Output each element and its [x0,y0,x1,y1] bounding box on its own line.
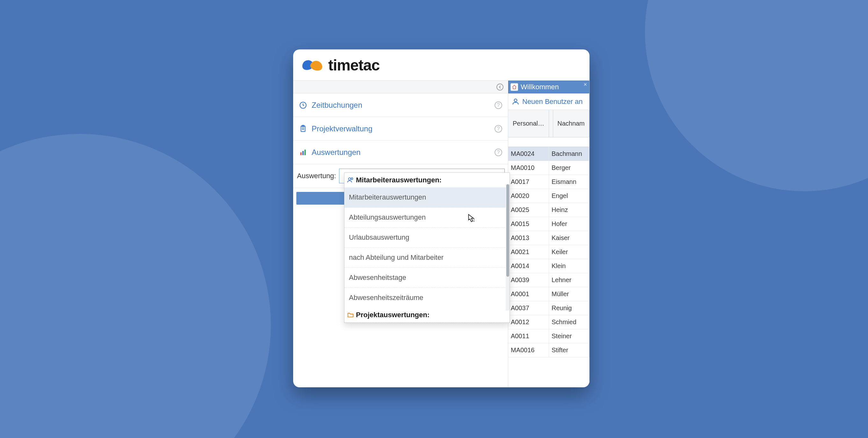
filter-label: Auswertung: [297,172,336,180]
svg-rect-4 [302,151,304,155]
table-row[interactable]: A0020Engel [508,189,589,203]
cell-nachname: Bachmann [549,147,589,160]
table-row[interactable]: A0012Schmied [508,315,589,329]
table-row[interactable]: A0025Heinz [508,203,589,217]
nav-label: Zeitbuchungen [312,101,362,110]
nav-label: Projektverwaltung [312,124,372,133]
table-row[interactable]: MA0010Berger [508,161,589,175]
people-icon [347,177,354,184]
help-icon[interactable]: ? [495,125,502,133]
table-row[interactable]: A0001Müller [508,287,589,301]
cell-nachname: Schmied [549,315,589,329]
cell-nachname: Keiler [549,245,589,259]
cell-personal: A0021 [508,245,549,259]
cell-personal: MA0024 [508,147,549,160]
bar-chart-icon [299,148,307,156]
column-header-nachname[interactable]: Nachnam [553,110,589,137]
cell-nachname: Hofer [549,217,589,231]
cell-nachname: Eismann [549,175,589,189]
svg-point-6 [349,178,351,180]
table-row[interactable]: A0037Reunig [508,301,589,315]
table-row[interactable]: A0014Klein [508,259,589,273]
brand-name: timetac [328,56,379,74]
table-body: MA0024BachmannMA0010BergerA0017EismannA0… [508,147,589,357]
column-header-personal[interactable]: Personal… [508,110,549,137]
sidebar-collapse-bar [293,81,508,93]
cell-personal: A0025 [508,203,549,217]
svg-point-7 [351,178,353,180]
cell-nachname: Kaiser [549,231,589,245]
clock-icon [299,101,307,109]
cell-personal: MA0010 [508,161,549,175]
cell-personal: MA0016 [508,343,549,357]
cell-nachname: Heinz [549,203,589,217]
table-row[interactable]: MA0016Stifter [508,343,589,357]
new-user-action[interactable]: Neuen Benutzer an [508,93,589,110]
cell-nachname: Engel [549,189,589,203]
clipboard-icon [299,125,307,133]
dropdown-group-projekt: Projektauswertungen: [344,308,509,323]
nav-item-auswertungen[interactable]: Auswertungen ? [293,141,508,164]
svg-rect-3 [300,152,302,155]
cell-personal: A0020 [508,189,549,203]
main-panel: Willkommen × Neuen Benutzer an Personal…… [508,80,589,387]
brand-logo-icon [302,59,325,72]
background-circle [0,134,271,438]
cell-personal: A0017 [508,175,549,189]
auswertung-dropdown: Mitarbeiterauswertungen: Mitarbeiterausw… [344,172,510,323]
dropdown-item[interactable]: Abwesenheitstage [344,268,509,288]
cell-personal: A0015 [508,217,549,231]
close-icon[interactable]: × [584,81,587,88]
app-window: timetac Zeitbuchungen ? Projektverwaltun… [293,50,589,387]
group-label: Projektauswertungen: [356,311,430,319]
cell-personal: A0014 [508,259,549,273]
cell-nachname: Berger [549,161,589,175]
table-row[interactable]: A0021Keiler [508,245,589,259]
dropdown-group-mitarbeiter: Mitarbeiterauswertungen: [344,173,509,187]
nav-label: Auswertungen [312,148,361,157]
dropdown-item[interactable]: Urlaubsauswertung [344,228,509,248]
cell-personal: A0039 [508,273,549,287]
dropdown-scrollbar[interactable] [506,184,509,311]
group-label: Mitarbeiterauswertungen: [356,176,442,184]
background-circle [645,0,868,191]
cell-nachname: Steiner [549,329,589,343]
cell-personal: A0001 [508,287,549,301]
dropdown-item[interactable]: Abteilungsauswertungen [344,207,509,228]
table-row[interactable]: A0015Hofer [508,217,589,231]
help-icon[interactable]: ? [495,101,502,109]
svg-rect-5 [304,149,306,155]
nav-item-projektverwaltung[interactable]: Projektverwaltung ? [293,117,508,141]
table-row[interactable]: MA0024Bachmann [508,147,589,161]
sidebar: Zeitbuchungen ? Projektverwaltung ? Ausw… [293,80,508,387]
table-header: Personal… Nachnam [508,110,589,137]
table-row[interactable]: A0039Lehner [508,273,589,287]
cell-personal: A0012 [508,315,549,329]
dropdown-item[interactable]: Abwesenheitszeiträume [344,288,509,308]
nav-item-zeitbuchungen[interactable]: Zeitbuchungen ? [293,93,508,117]
svg-point-8 [514,99,517,102]
table-row[interactable]: A0017Eismann [508,175,589,189]
action-label: Neuen Benutzer an [522,97,583,106]
cell-personal: A0037 [508,301,549,315]
cell-personal: A0011 [508,329,549,343]
dropdown-item[interactable]: nach Abteilung und Mitarbeiter [344,248,509,268]
tab-willkommen[interactable]: Willkommen × [508,81,589,93]
user-add-icon [512,97,520,106]
app-header: timetac [293,50,589,80]
collapse-icon[interactable] [496,84,503,90]
cell-personal: A0013 [508,231,549,245]
folder-icon [347,312,354,318]
cell-nachname: Müller [549,287,589,301]
scrollbar-thumb[interactable] [506,184,509,277]
dropdown-item[interactable]: Mitarbeiterauswertungen [344,187,509,207]
table-row[interactable]: A0011Steiner [508,329,589,343]
cell-nachname: Stifter [549,343,589,357]
tab-label: Willkommen [521,83,559,91]
cell-nachname: Lehner [549,273,589,287]
help-icon[interactable]: ? [495,149,502,156]
cell-nachname: Klein [549,259,589,273]
table-row[interactable]: A0013Kaiser [508,231,589,245]
cell-nachname: Reunig [549,301,589,315]
table-filter-row[interactable] [508,137,589,147]
